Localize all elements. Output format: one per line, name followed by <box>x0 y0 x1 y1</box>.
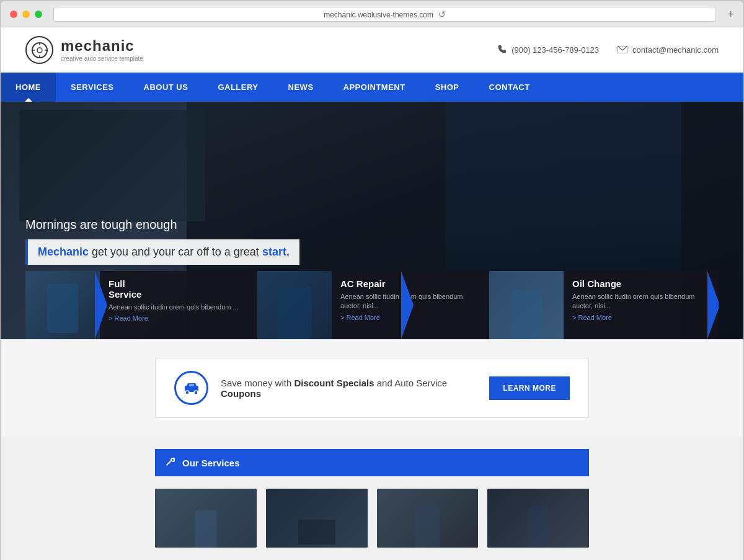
svg-marker-9 <box>707 271 719 339</box>
nav-item-shop[interactable]: SHOP <box>420 73 474 102</box>
service-card-image-1 <box>25 271 100 339</box>
service-card-oilchange: Oil Change Aenean sollic itudin orem qui… <box>489 271 719 339</box>
service-read-more-1[interactable]: > Read More <box>108 314 246 322</box>
logo-name: mechanic <box>61 37 143 55</box>
service-image-3 <box>377 489 479 548</box>
website-content: mechanic creative auto service template … <box>0 27 744 560</box>
hero-content: Mornings are tough enough Mechanic get y… <box>25 218 299 265</box>
nav-item-about[interactable]: ABOUT US <box>129 73 203 102</box>
discount-bold1: Discount Specials <box>294 378 374 388</box>
svg-marker-8 <box>401 271 414 339</box>
service-desc-3: Aenean sollic itudin orem quis bibendum … <box>572 292 710 311</box>
nav-item-services[interactable]: SERVICES <box>56 73 129 102</box>
browser-chrome: mechanic.weblusive-themes.com ↺ + <box>0 0 744 27</box>
service-card-image-2 <box>257 271 332 339</box>
logo-icon <box>25 36 53 64</box>
discount-text: Save money with Discount Specials and Au… <box>221 378 477 399</box>
hero-brand: Mechanic <box>38 246 89 258</box>
service-image-1 <box>155 489 257 548</box>
wrench-icon <box>165 456 175 469</box>
hero-text: get you and your car off to a great <box>89 246 262 258</box>
navigation: HOME SERVICES ABOUT US GALLERY NEWS APPO… <box>1 73 743 102</box>
logo-area: mechanic creative auto service template <box>25 36 143 64</box>
discount-bar: Save money with Discount Specials and Au… <box>155 358 589 418</box>
browser-maximize-dot[interactable] <box>35 11 42 18</box>
email-address: contact@mechanic.com <box>632 45 719 55</box>
nav-item-contact[interactable]: CONTACT <box>474 73 545 102</box>
email-contact: contact@mechanic.com <box>618 45 719 55</box>
discount-text-part1: Save money with <box>221 378 294 388</box>
service-title-3: Oil Change <box>572 278 710 289</box>
hero-headline: Mechanic get you and your car off to a g… <box>25 239 299 265</box>
new-tab-button[interactable]: + <box>727 8 734 21</box>
svg-point-1 <box>37 48 42 53</box>
service-card-image-3 <box>489 271 564 339</box>
nav-item-news[interactable]: NEWS <box>273 73 329 102</box>
browser-reload-button[interactable]: ↺ <box>438 9 446 19</box>
service-desc-1: Aenean sollic itudin orem quis bibendum … <box>108 303 246 312</box>
top-bar: mechanic creative auto service template … <box>1 27 743 73</box>
service-cards: Full Service Aenean sollic itudin orem q… <box>25 271 719 339</box>
svg-rect-14 <box>189 384 194 386</box>
service-card-content-1: Full Service Aenean sollic itudin orem q… <box>100 271 255 339</box>
service-image-4 <box>487 489 589 548</box>
service-card-fullservice: Full Service Aenean sollic itudin orem q… <box>25 271 255 339</box>
nav-item-home[interactable]: HOME <box>1 73 56 102</box>
logo-tagline: creative auto service template <box>61 55 143 63</box>
phone-contact: (900) 123-456-789-0123 <box>498 45 599 55</box>
logo-text: mechanic creative auto service template <box>61 37 143 63</box>
discount-text-part2: and Auto Service <box>374 378 448 388</box>
discount-bold2: Coupons <box>221 388 261 399</box>
services-section-title: Our Services <box>182 458 240 468</box>
services-section-header: Our Services <box>155 449 589 476</box>
nav-item-gallery[interactable]: GALLERY <box>203 73 273 102</box>
our-services-section: Our Services <box>1 437 743 560</box>
browser-address-bar[interactable]: mechanic.weblusive-themes.com ↺ <box>53 7 716 22</box>
learn-more-button[interactable]: LEARN MORE <box>489 376 570 400</box>
service-title-1: Full Service <box>108 278 246 300</box>
hero-section: HOME SERVICES ABOUT US GALLERY NEWS APPO… <box>1 73 743 339</box>
service-image-2 <box>266 489 368 548</box>
discount-car-icon <box>174 371 208 405</box>
service-card-content-3: Oil Change Aenean sollic itudin orem qui… <box>564 271 719 339</box>
service-read-more-3[interactable]: > Read More <box>572 314 710 321</box>
contact-info: (900) 123-456-789-0123 contact@mechanic.… <box>498 45 719 55</box>
service-card-acrepair: AC Repair Aenean sollic itudin orem quis… <box>257 271 487 339</box>
phone-number: (900) 123-456-789-0123 <box>512 45 599 55</box>
phone-icon <box>498 45 507 55</box>
hero-tagline: Mornings are tough enough <box>25 218 299 232</box>
browser-close-dot[interactable] <box>10 11 17 18</box>
browser-minimize-dot[interactable] <box>22 11 30 18</box>
nav-item-appointment[interactable]: APPOINTMENT <box>329 73 420 102</box>
discount-section: Save money with Discount Specials and Au… <box>1 339 743 437</box>
service-images-grid <box>155 489 589 560</box>
svg-point-13 <box>194 391 198 394</box>
svg-marker-7 <box>95 271 107 339</box>
svg-point-12 <box>185 391 189 394</box>
email-icon <box>618 45 627 55</box>
browser-url: mechanic.weblusive-themes.com <box>324 11 433 19</box>
hero-emphasis: start. <box>262 246 290 258</box>
